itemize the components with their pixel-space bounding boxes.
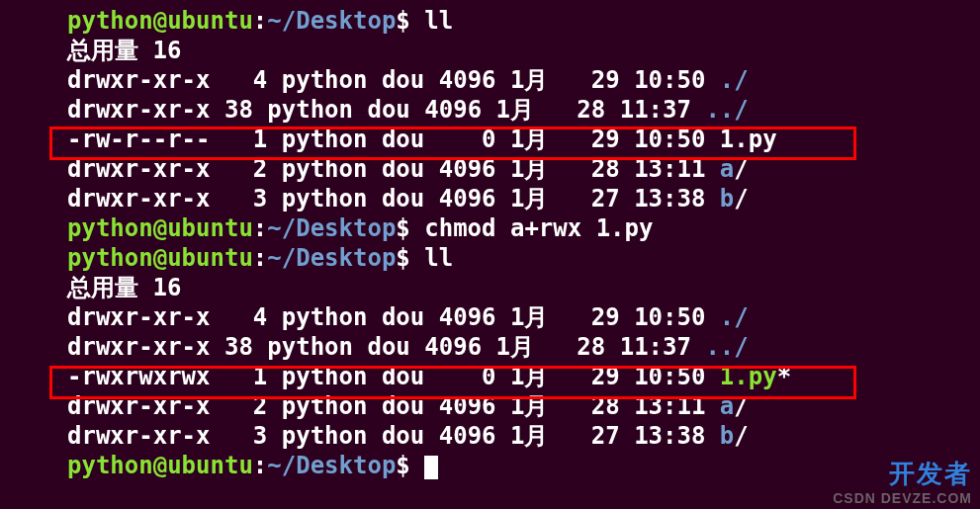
dir-name: ../: [705, 96, 748, 124]
ls-row: drwxr-xr-x 4 python dou 4096 1月 29 10:50…: [0, 302, 980, 332]
total-line-2: 总用量 16: [0, 273, 980, 302]
prompt-line-2[interactable]: python@ubuntu:~/Desktop$ chmod a+rwx 1.p…: [0, 213, 980, 243]
user-host: python@ubuntu: [67, 7, 253, 35]
command-ll-1: ll: [424, 7, 453, 35]
command-chmod: chmod a+rwx 1.py: [424, 214, 653, 242]
prompt-line-1[interactable]: python@ubuntu:~/Desktop$ ll: [0, 6, 980, 36]
prompt-line-active[interactable]: python@ubuntu:~/Desktop$: [0, 451, 980, 480]
dir-name: b: [720, 422, 734, 450]
dir-name: ./: [720, 66, 749, 94]
ls-row: drwxr-xr-x 2 python dou 4096 1月 28 13:11…: [0, 391, 980, 421]
ls-row: drwxr-xr-x 38 python dou 4096 1月 28 11:3…: [0, 95, 980, 125]
ls-row: drwxr-xr-x 38 python dou 4096 1月 28 11:3…: [0, 332, 980, 362]
cursor-icon: [424, 456, 438, 479]
ls-row-highlighted-2: -rwxrwxrwx 1 python dou 0 1月 29 10:50 1.…: [0, 362, 980, 391]
dir-name: a: [720, 155, 734, 183]
dir-name: a: [720, 392, 734, 420]
ls-row: drwxr-xr-x 4 python dou 4096 1月 29 10:50…: [0, 65, 980, 95]
dir-name: b: [720, 185, 734, 212]
exec-file-name: 1.py: [720, 363, 777, 390]
ls-row: drwxr-xr-x 3 python dou 4096 1月 27 13:38…: [0, 184, 980, 213]
file-name: 1.py: [720, 126, 777, 153]
total-line-1: 总用量 16: [0, 36, 980, 65]
watermark-subtitle: CSDN DEVZE.COM: [833, 490, 972, 508]
ls-row: drwxr-xr-x 3 python dou 4096 1月 27 13:38…: [0, 421, 980, 451]
terminal-output: python@ubuntu:~/Desktop$ ll 总用量 16 drwxr…: [0, 6, 980, 480]
prompt-line-3[interactable]: python@ubuntu:~/Desktop$ ll: [0, 243, 980, 273]
cwd-path: ~/Desktop: [267, 7, 396, 35]
ls-row: drwxr-xr-x 2 python dou 4096 1月 28 13:11…: [0, 154, 980, 184]
dir-name: ./: [720, 303, 749, 331]
dir-name: ../: [705, 333, 748, 361]
command-ll-2: ll: [424, 244, 453, 272]
ls-row-highlighted-1: -rw-r--r-- 1 python dou 0 1月 29 10:50 1.…: [0, 125, 980, 154]
